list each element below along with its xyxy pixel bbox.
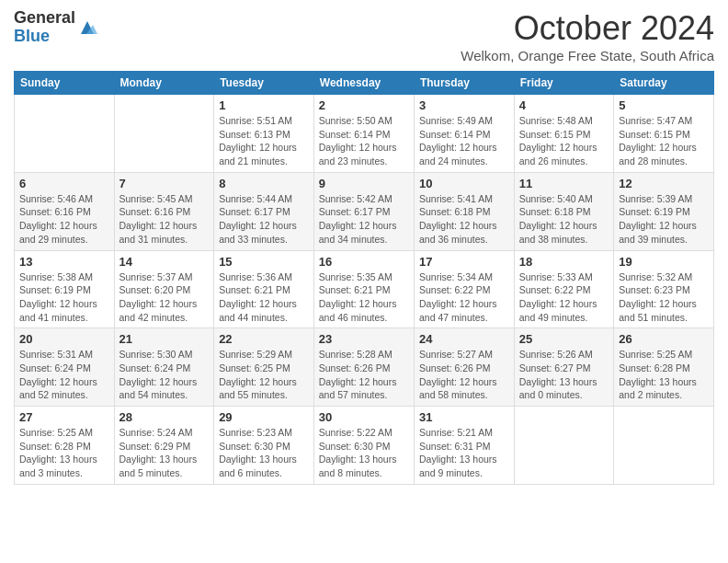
calendar-cell	[114, 95, 214, 173]
month-title: October 2024	[461, 9, 714, 48]
day-number: 18	[519, 255, 609, 269]
day-info: Sunrise: 5:44 AM Sunset: 6:17 PM Dayligh…	[219, 192, 309, 247]
calendar-cell: 12Sunrise: 5:39 AM Sunset: 6:19 PM Dayli…	[614, 172, 714, 250]
calendar-cell: 9Sunrise: 5:42 AM Sunset: 6:17 PM Daylig…	[313, 172, 414, 250]
day-info: Sunrise: 5:21 AM Sunset: 6:31 PM Dayligh…	[419, 426, 509, 480]
subtitle: Welkom, Orange Free State, South Africa	[461, 48, 714, 63]
day-info: Sunrise: 5:25 AM Sunset: 6:28 PM Dayligh…	[619, 348, 709, 402]
day-number: 9	[319, 177, 409, 190]
calendar-header: SundayMondayTuesdayWednesdayThursdayFrid…	[15, 72, 714, 95]
calendar-cell: 1Sunrise: 5:51 AM Sunset: 6:13 PM Daylig…	[214, 95, 314, 173]
column-header-saturday: Saturday	[614, 72, 714, 95]
calendar-cell: 2Sunrise: 5:50 AM Sunset: 6:14 PM Daylig…	[313, 95, 414, 173]
day-number: 31	[419, 410, 509, 424]
day-info: Sunrise: 5:22 AM Sunset: 6:30 PM Dayligh…	[319, 426, 409, 480]
calendar-cell: 17Sunrise: 5:34 AM Sunset: 6:22 PM Dayli…	[414, 250, 514, 328]
day-number: 16	[319, 255, 409, 269]
day-number: 24	[419, 332, 509, 346]
day-info: Sunrise: 5:24 AM Sunset: 6:29 PM Dayligh…	[119, 426, 210, 480]
calendar-cell: 6Sunrise: 5:46 AM Sunset: 6:16 PM Daylig…	[15, 172, 115, 250]
calendar-cell: 31Sunrise: 5:21 AM Sunset: 6:31 PM Dayli…	[414, 407, 514, 485]
calendar-cell: 16Sunrise: 5:35 AM Sunset: 6:21 PM Dayli…	[313, 250, 414, 328]
day-number: 11	[519, 177, 609, 190]
day-number: 14	[119, 255, 210, 269]
calendar-cell: 22Sunrise: 5:29 AM Sunset: 6:25 PM Dayli…	[214, 328, 314, 407]
day-number: 6	[19, 177, 109, 190]
day-info: Sunrise: 5:25 AM Sunset: 6:28 PM Dayligh…	[19, 426, 109, 480]
day-info: Sunrise: 5:36 AM Sunset: 6:21 PM Dayligh…	[219, 270, 309, 325]
day-info: Sunrise: 5:42 AM Sunset: 6:17 PM Dayligh…	[319, 192, 409, 247]
calendar-cell: 18Sunrise: 5:33 AM Sunset: 6:22 PM Dayli…	[514, 250, 613, 328]
calendar-cell: 28Sunrise: 5:24 AM Sunset: 6:29 PM Dayli…	[114, 407, 214, 485]
header-row: SundayMondayTuesdayWednesdayThursdayFrid…	[15, 72, 714, 95]
calendar-cell: 26Sunrise: 5:25 AM Sunset: 6:28 PM Dayli…	[614, 328, 714, 407]
day-number: 25	[519, 332, 609, 346]
day-info: Sunrise: 5:49 AM Sunset: 6:14 PM Dayligh…	[419, 114, 509, 168]
column-header-wednesday: Wednesday	[313, 72, 414, 95]
day-number: 26	[619, 332, 709, 346]
calendar-cell: 29Sunrise: 5:23 AM Sunset: 6:30 PM Dayli…	[214, 407, 314, 485]
calendar-cell: 15Sunrise: 5:36 AM Sunset: 6:21 PM Dayli…	[214, 250, 314, 328]
column-header-friday: Friday	[514, 72, 613, 95]
day-info: Sunrise: 5:26 AM Sunset: 6:27 PM Dayligh…	[519, 348, 609, 402]
day-number: 17	[419, 255, 509, 269]
calendar-cell: 11Sunrise: 5:40 AM Sunset: 6:18 PM Dayli…	[514, 172, 613, 250]
calendar-cell: 3Sunrise: 5:49 AM Sunset: 6:14 PM Daylig…	[414, 95, 514, 173]
calendar-cell: 19Sunrise: 5:32 AM Sunset: 6:23 PM Dayli…	[614, 250, 714, 328]
day-info: Sunrise: 5:41 AM Sunset: 6:18 PM Dayligh…	[419, 192, 509, 247]
day-info: Sunrise: 5:51 AM Sunset: 6:13 PM Dayligh…	[219, 114, 309, 168]
day-number: 30	[319, 410, 409, 424]
calendar-week-5: 27Sunrise: 5:25 AM Sunset: 6:28 PM Dayli…	[15, 407, 714, 485]
day-number: 22	[219, 332, 309, 346]
calendar-cell	[15, 95, 115, 173]
calendar-body: 1Sunrise: 5:51 AM Sunset: 6:13 PM Daylig…	[15, 95, 714, 485]
calendar-week-2: 6Sunrise: 5:46 AM Sunset: 6:16 PM Daylig…	[15, 172, 714, 250]
calendar-cell: 13Sunrise: 5:38 AM Sunset: 6:19 PM Dayli…	[15, 250, 115, 328]
day-info: Sunrise: 5:50 AM Sunset: 6:14 PM Dayligh…	[319, 114, 409, 168]
logo-icon	[77, 17, 97, 38]
day-info: Sunrise: 5:45 AM Sunset: 6:16 PM Dayligh…	[119, 192, 210, 247]
day-number: 7	[119, 177, 210, 190]
day-number: 19	[619, 255, 709, 269]
calendar-cell: 10Sunrise: 5:41 AM Sunset: 6:18 PM Dayli…	[414, 172, 514, 250]
day-number: 1	[219, 98, 309, 112]
day-info: Sunrise: 5:39 AM Sunset: 6:19 PM Dayligh…	[619, 192, 709, 247]
day-info: Sunrise: 5:40 AM Sunset: 6:18 PM Dayligh…	[519, 192, 609, 247]
day-info: Sunrise: 5:23 AM Sunset: 6:30 PM Dayligh…	[219, 426, 309, 480]
calendar-cell: 23Sunrise: 5:28 AM Sunset: 6:26 PM Dayli…	[313, 328, 414, 407]
day-info: Sunrise: 5:37 AM Sunset: 6:20 PM Dayligh…	[119, 270, 210, 325]
calendar-cell	[514, 407, 613, 485]
column-header-sunday: Sunday	[15, 72, 115, 95]
calendar-cell: 27Sunrise: 5:25 AM Sunset: 6:28 PM Dayli…	[15, 407, 115, 485]
logo-blue-text: Blue	[14, 28, 75, 46]
calendar-cell: 7Sunrise: 5:45 AM Sunset: 6:16 PM Daylig…	[114, 172, 214, 250]
calendar-cell: 20Sunrise: 5:31 AM Sunset: 6:24 PM Dayli…	[15, 328, 115, 407]
day-info: Sunrise: 5:34 AM Sunset: 6:22 PM Dayligh…	[419, 270, 509, 325]
day-info: Sunrise: 5:29 AM Sunset: 6:25 PM Dayligh…	[219, 348, 309, 402]
day-info: Sunrise: 5:46 AM Sunset: 6:16 PM Dayligh…	[19, 192, 109, 247]
page-header: General Blue October 2024 Welkom, Orange…	[14, 9, 714, 63]
day-info: Sunrise: 5:48 AM Sunset: 6:15 PM Dayligh…	[519, 114, 609, 168]
day-info: Sunrise: 5:38 AM Sunset: 6:19 PM Dayligh…	[19, 270, 109, 325]
calendar-cell: 14Sunrise: 5:37 AM Sunset: 6:20 PM Dayli…	[114, 250, 214, 328]
day-number: 10	[419, 177, 509, 190]
calendar-table: SundayMondayTuesdayWednesdayThursdayFrid…	[14, 71, 714, 485]
day-info: Sunrise: 5:47 AM Sunset: 6:15 PM Dayligh…	[619, 114, 709, 168]
day-number: 23	[319, 332, 409, 346]
logo-general-text: General	[14, 9, 75, 28]
calendar-week-1: 1Sunrise: 5:51 AM Sunset: 6:13 PM Daylig…	[15, 95, 714, 173]
day-number: 27	[19, 410, 109, 424]
calendar-week-4: 20Sunrise: 5:31 AM Sunset: 6:24 PM Dayli…	[15, 328, 714, 407]
column-header-monday: Monday	[114, 72, 214, 95]
day-number: 15	[219, 255, 309, 269]
day-info: Sunrise: 5:30 AM Sunset: 6:24 PM Dayligh…	[119, 348, 210, 402]
calendar-cell: 24Sunrise: 5:27 AM Sunset: 6:26 PM Dayli…	[414, 328, 514, 407]
calendar-cell	[614, 407, 714, 485]
day-number: 12	[619, 177, 709, 190]
column-header-thursday: Thursday	[414, 72, 514, 95]
day-info: Sunrise: 5:33 AM Sunset: 6:22 PM Dayligh…	[519, 270, 609, 325]
day-number: 4	[519, 98, 609, 112]
calendar-week-3: 13Sunrise: 5:38 AM Sunset: 6:19 PM Dayli…	[15, 250, 714, 328]
day-info: Sunrise: 5:32 AM Sunset: 6:23 PM Dayligh…	[619, 270, 709, 325]
day-number: 2	[319, 98, 409, 112]
